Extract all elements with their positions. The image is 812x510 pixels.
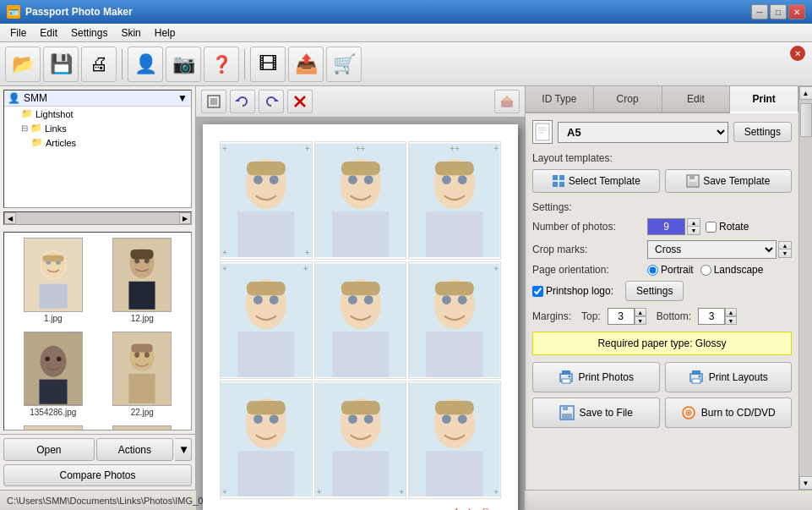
svg-rect-78 xyxy=(435,282,474,295)
printshop-logo-checkbox[interactable] xyxy=(532,286,543,297)
photo-thumb-3[interactable]: 1354286.jpg xyxy=(11,330,95,419)
rotate-label[interactable]: Rotate xyxy=(706,221,749,233)
paper-size-select[interactable]: A5 xyxy=(558,122,728,143)
portrait-label[interactable]: Portrait xyxy=(647,264,694,276)
tab-edit[interactable]: Edit xyxy=(662,86,731,112)
photo-thumb-1[interactable]: 1.jpg xyxy=(11,236,95,325)
open-button[interactable]: Open xyxy=(3,438,95,461)
help-button[interactable]: ❓ xyxy=(204,47,239,82)
photo-thumb-6[interactable]: 3467831.png xyxy=(101,424,185,430)
film-button[interactable]: 🎞 xyxy=(250,47,286,82)
top-up-btn[interactable]: ▲ xyxy=(635,308,646,316)
burn-cd-button[interactable]: Burn to CD/DVD xyxy=(665,398,793,428)
top-spin-btns[interactable]: ▲ ▼ xyxy=(635,308,646,325)
maximize-button[interactable]: □ xyxy=(770,4,787,19)
file-tree[interactable]: 👤 SMM ▼ 📁 Lightshot ⊟ 📁 Links 📁 xyxy=(3,90,192,208)
minimize-button[interactable]: ─ xyxy=(751,4,768,19)
bottom-up-btn[interactable]: ▲ xyxy=(725,308,737,316)
scroll-thumb[interactable] xyxy=(800,103,812,137)
printshop-settings-button[interactable]: Settings xyxy=(625,281,684,301)
crop-down-btn[interactable]: ▼ xyxy=(778,250,792,258)
svg-point-46 xyxy=(253,175,263,184)
svg-rect-41 xyxy=(501,101,513,107)
scroll-down-arrow[interactable]: ▼ xyxy=(799,476,813,490)
landscape-label[interactable]: Landscape xyxy=(700,264,764,276)
paper-size-row: A5 Settings xyxy=(532,120,792,144)
svg-rect-63 xyxy=(237,332,294,377)
num-photos-row: Number of photos: ▲ ▼ Rotate xyxy=(532,218,792,235)
tab-crop[interactable]: Crop xyxy=(594,86,662,112)
right-scrollbar[interactable]: ▲ ▼ xyxy=(798,86,812,490)
menu-settings[interactable]: Settings xyxy=(64,25,114,41)
photo-thumb-2[interactable]: 12.jpg xyxy=(101,236,185,325)
tab-id-type[interactable]: ID Type xyxy=(526,86,594,112)
tab-print[interactable]: Print xyxy=(730,86,798,113)
bottom-down-btn[interactable]: ▼ xyxy=(725,316,737,325)
page-orientation-label: Page orientation: xyxy=(532,264,642,276)
crop-marks-select[interactable]: Cross xyxy=(647,240,777,259)
printshop-logo-text: Printshop logo: xyxy=(546,285,613,297)
tree-dropdown-arrow[interactable]: ▼ xyxy=(177,92,188,104)
paper-settings-button[interactable]: Settings xyxy=(733,122,792,142)
top-down-btn[interactable]: ▼ xyxy=(635,316,646,325)
actions-dropdown-button[interactable]: ▼ xyxy=(175,438,192,461)
close-button[interactable]: ✕ xyxy=(788,4,805,19)
svg-rect-103 xyxy=(553,182,558,187)
num-photos-input[interactable] xyxy=(647,218,685,235)
scroll-track[interactable] xyxy=(799,100,812,476)
rotate-checkbox[interactable] xyxy=(706,222,717,233)
save-template-button[interactable]: Save Template xyxy=(665,169,793,193)
upload-button[interactable]: 📤 xyxy=(288,47,324,82)
num-down-btn[interactable]: ▼ xyxy=(687,227,700,235)
svg-point-21 xyxy=(135,352,140,358)
photo-thumb-5[interactable]: 3.png xyxy=(11,424,95,430)
bottom-spin-btns[interactable]: ▲ ▼ xyxy=(725,308,737,325)
menu-skin[interactable]: Skin xyxy=(114,25,147,41)
actions-button[interactable]: Actions xyxy=(96,438,173,461)
thumb-img-5 xyxy=(24,425,83,430)
print-button[interactable]: 🖨 xyxy=(81,47,117,82)
svg-point-52 xyxy=(348,175,357,184)
rotate-right-button[interactable] xyxy=(259,90,284,113)
camera-button[interactable]: 📷 xyxy=(166,47,201,82)
svg-point-47 xyxy=(270,175,279,184)
top-margin-input[interactable] xyxy=(608,308,635,325)
save-button[interactable]: 💾 xyxy=(43,47,79,82)
landscape-radio[interactable] xyxy=(700,265,711,276)
scroll-right-btn[interactable]: ▶ xyxy=(179,212,191,224)
bottom-margin-input[interactable] xyxy=(698,308,725,325)
print-photos-button[interactable]: Print Photos xyxy=(532,362,660,392)
tree-item-articles[interactable]: 📁 Articles xyxy=(4,135,191,150)
person-button[interactable]: 👤 xyxy=(128,47,163,82)
tree-item-lightshot[interactable]: 📁 Lightshot xyxy=(4,107,191,121)
select-template-button[interactable]: Select Template xyxy=(532,169,660,193)
menu-file[interactable]: File xyxy=(3,25,33,41)
portrait-radio[interactable] xyxy=(647,265,658,276)
open-file-button[interactable]: 📂 xyxy=(5,47,41,82)
preview-cell-9: + xyxy=(408,381,501,499)
photo-thumb-4[interactable]: 22.jpg xyxy=(101,330,185,419)
delete-button[interactable] xyxy=(287,90,313,113)
cart-button[interactable]: 🛒 xyxy=(326,47,362,82)
tree-scrollbar[interactable]: ◀ ▶ xyxy=(3,211,192,225)
scroll-left-btn[interactable]: ◀ xyxy=(4,212,16,224)
print-layouts-button[interactable]: Print Layouts xyxy=(665,362,793,392)
num-up-btn[interactable]: ▲ xyxy=(687,218,700,227)
zoom-fit-button[interactable] xyxy=(201,90,226,113)
compare-photos-button[interactable]: Compare Photos xyxy=(3,464,192,486)
crop-up-btn[interactable]: ▲ xyxy=(778,241,792,250)
crosshair-tc-2: ++ xyxy=(356,144,366,153)
menu-help[interactable]: Help xyxy=(148,25,183,41)
crop-marks-spinner[interactable]: ▲ ▼ xyxy=(778,241,792,258)
eraser-button[interactable] xyxy=(494,90,520,113)
svg-rect-102 xyxy=(559,175,564,180)
svg-point-121 xyxy=(687,412,689,414)
toolbar-close-button[interactable]: ✕ xyxy=(790,46,805,61)
num-photos-spinner[interactable]: ▲ ▼ xyxy=(687,218,700,235)
tree-item-links[interactable]: ⊟ 📁 Links xyxy=(4,121,191,135)
rotate-left-button[interactable] xyxy=(230,90,255,113)
menu-edit[interactable]: Edit xyxy=(33,25,64,41)
save-to-file-button[interactable]: Save to File xyxy=(532,398,660,428)
printshop-logo-label[interactable]: Printshop logo: xyxy=(532,285,613,297)
scroll-up-arrow[interactable]: ▲ xyxy=(799,86,813,100)
